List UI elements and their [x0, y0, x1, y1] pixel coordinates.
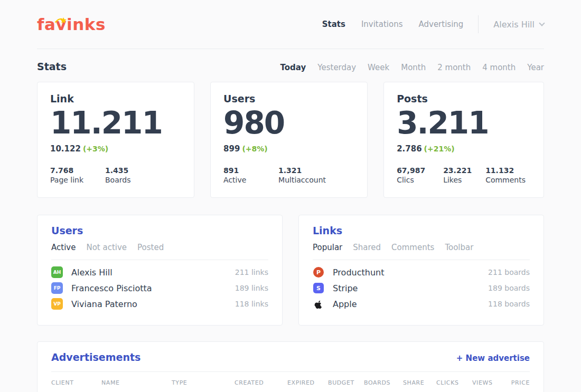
- nav-invitations[interactable]: Invitations: [361, 20, 403, 29]
- col-budget: BUDGET: [328, 379, 364, 386]
- card-value: 3.211: [397, 106, 531, 141]
- avatar: FP: [51, 282, 63, 294]
- users-panel: Users Active Not active Posted AH Alexis…: [37, 215, 283, 326]
- substat-multiaccount: 1.321 Multiaccount: [278, 166, 328, 184]
- filter-month[interactable]: Month: [401, 63, 426, 72]
- filter-2-month[interactable]: 2 month: [437, 63, 471, 72]
- divider: [51, 371, 530, 372]
- links-panel: Links Popular Shared Comments Toolbar P …: [298, 215, 544, 326]
- favinks-logo[interactable]: favinks: [37, 15, 106, 34]
- new-advertise-button[interactable]: + New advertise: [456, 353, 530, 363]
- nav-advertising[interactable]: Advertising: [418, 20, 463, 29]
- user-row: AH Alexis Hill 211 links: [51, 264, 268, 280]
- avatar: AH: [51, 266, 63, 278]
- tab-comments[interactable]: Comments: [391, 243, 434, 252]
- card-title: Link: [50, 93, 181, 104]
- col-created: CREATED: [235, 379, 287, 386]
- chevron-down-icon: [539, 20, 545, 26]
- boards-count: 118 boards: [488, 300, 530, 308]
- col-client: CLIENT: [51, 379, 101, 386]
- filter-week[interactable]: Week: [368, 63, 389, 72]
- dashboard-page: favinks Stats Invitations Advertising Al…: [0, 0, 581, 392]
- stripe-icon: S: [313, 283, 324, 293]
- substat-comments: 11.132 Comments: [485, 166, 526, 184]
- filter-year[interactable]: Year: [527, 63, 544, 72]
- tab-shared[interactable]: Shared: [353, 243, 381, 252]
- link-name[interactable]: Apple: [333, 299, 488, 309]
- substat-clics: 67,987 Clics: [397, 166, 438, 184]
- col-share: SHARE: [403, 379, 436, 386]
- user-name-link[interactable]: Alexis Hill: [71, 267, 235, 278]
- card-title: Posts: [397, 93, 531, 104]
- stat-card-users: Users 980 899(+8%) 891 Active 1.321 Mult…: [210, 82, 368, 198]
- producthunt-icon: P: [313, 267, 324, 278]
- card-delta: (+3%): [83, 145, 108, 153]
- card-delta: (+8%): [242, 145, 267, 153]
- card-value: 11.211: [50, 106, 181, 141]
- links-count: 118 links: [235, 300, 268, 308]
- app-header: favinks Stats Invitations Advertising Al…: [37, 0, 544, 49]
- user-name: Alexis Hill: [493, 20, 535, 30]
- card-delta: (+21%): [424, 145, 455, 153]
- boards-count: 189 boards: [488, 284, 530, 292]
- advertisements-title: Advertisements: [51, 351, 140, 363]
- substat-boards: 1.435 Boards: [105, 166, 155, 184]
- avatar: VP: [51, 298, 63, 310]
- apple-icon: [313, 299, 324, 309]
- logo-text: favinks: [37, 15, 106, 34]
- filter-today[interactable]: Today: [280, 63, 306, 72]
- divider: [51, 260, 268, 260]
- link-row: P Producthunt 211 boards: [313, 264, 530, 280]
- boards-count: 211 boards: [488, 268, 530, 276]
- card-value: 980: [223, 106, 354, 141]
- divider: [313, 260, 530, 260]
- links-count: 211 links: [235, 268, 268, 276]
- user-menu[interactable]: Alexis Hill: [493, 20, 544, 30]
- nav-stats[interactable]: Stats: [322, 20, 345, 29]
- tab-popular[interactable]: Popular: [313, 243, 342, 252]
- time-filters: Today Yesterday Week Month 2 month 4 mon…: [280, 63, 544, 72]
- stat-card-posts: Posts 3.211 2.786(+21%) 67,987 Clics 23.…: [383, 82, 544, 198]
- links-count: 189 links: [235, 284, 268, 292]
- page-title: Stats: [37, 61, 67, 72]
- card-title: Users: [223, 93, 354, 104]
- substat-page-link: 7.768 Page link: [50, 166, 100, 184]
- stats-bar: Stats Today Yesterday Week Month 2 month…: [37, 61, 544, 72]
- star-icon: [54, 10, 68, 29]
- link-row: Apple 118 boards: [313, 296, 530, 312]
- col-views: VIEWS: [472, 379, 511, 386]
- nav-divider: [478, 15, 479, 33]
- user-name-link[interactable]: Viviana Paterno: [71, 299, 235, 309]
- tab-posted[interactable]: Posted: [137, 243, 164, 252]
- col-price: PRICE: [511, 379, 530, 386]
- tab-not-active[interactable]: Not active: [86, 243, 127, 252]
- user-name-link[interactable]: Francesco Pisciotta: [71, 283, 235, 293]
- filter-4-month[interactable]: 4 month: [482, 63, 516, 72]
- link-name[interactable]: Producthunt: [333, 267, 488, 278]
- advertisements-panel: Advertisements + New advertise CLIENT NA…: [37, 341, 544, 392]
- substat-active: 891 Active: [223, 166, 273, 184]
- col-type: TYPE: [172, 379, 235, 386]
- stat-card-link: Link 11.211 10.122(+3%) 7.768 Page link …: [37, 82, 194, 198]
- substat-likes: 23.221 Likes: [443, 166, 480, 184]
- user-row: VP Viviana Paterno 118 links: [51, 296, 268, 312]
- card-previous-value: 899(+8%): [223, 144, 354, 154]
- users-panel-title[interactable]: Users: [51, 225, 268, 236]
- tab-toolbar[interactable]: Toolbar: [445, 243, 473, 252]
- col-name: NAME: [101, 379, 172, 386]
- col-clicks: CLICKS: [436, 379, 472, 386]
- links-panel-title[interactable]: Links: [313, 225, 530, 236]
- stat-cards: Link 11.211 10.122(+3%) 7.768 Page link …: [37, 82, 544, 198]
- link-row: S Stripe 189 boards: [313, 280, 530, 296]
- col-boards: BOARDS: [364, 379, 403, 386]
- main-nav: Stats Invitations Advertising: [322, 20, 464, 29]
- tab-active[interactable]: Active: [51, 243, 76, 252]
- col-expired: EXPIRED: [287, 379, 328, 386]
- card-previous-value: 2.786(+21%): [397, 144, 531, 154]
- filter-yesterday[interactable]: Yesterday: [317, 63, 356, 72]
- table-header-row: CLIENT NAME TYPE CREATED EXPIRED BUDGET …: [51, 379, 530, 386]
- card-previous-value: 10.122(+3%): [50, 144, 181, 154]
- link-name[interactable]: Stripe: [333, 283, 488, 293]
- user-row: FP Francesco Pisciotta 189 links: [51, 280, 268, 296]
